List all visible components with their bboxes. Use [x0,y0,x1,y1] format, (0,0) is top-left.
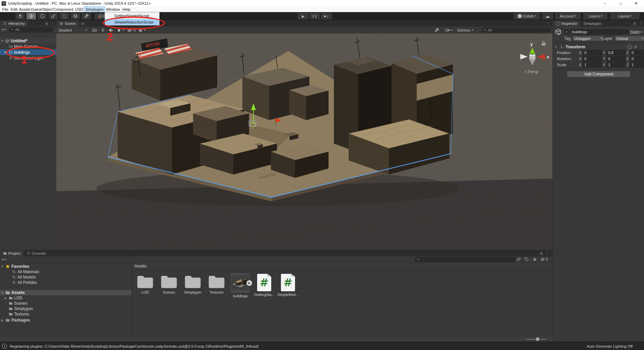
asset-folder-simplygon[interactable]: Simplygon [182,274,203,294]
static-checkbox[interactable] [625,30,629,34]
custom-tool-icon[interactable] [82,13,91,19]
menu-component[interactable]: Component [53,7,74,12]
kebab-menu-icon[interactable]: ⋮ [545,251,549,256]
hierarchy-item-directional-light[interactable]: Directional Light [0,55,56,61]
add-component-button[interactable]: Add Component [567,71,631,78]
layers-dropdown[interactable]: Layers▾ [583,13,607,19]
menu-window[interactable]: Window [105,7,121,12]
scale-y-field[interactable]: 1 [606,62,626,67]
close-icon[interactable]: ✕ [628,0,644,7]
tag-dropdown[interactable]: Untagged▾ [572,36,604,41]
project-search-input[interactable] [415,257,515,262]
transform-header[interactable]: ▼ Transform ? ⋮ [554,44,643,50]
menu-edit[interactable]: Edit [10,7,18,12]
menu-help[interactable]: Help [121,7,132,12]
tree-packages-root[interactable]: ▶ Packages [0,317,131,323]
menu-file[interactable]: File [1,7,10,12]
scene-tools-button[interactable] [434,27,439,33]
hidden-packages-toggle[interactable]: 9 [540,257,548,262]
scene-search-input[interactable]: All [481,28,551,33]
rotation-x-field[interactable]: 0 [583,56,602,61]
gizmos-dropdown[interactable]: Gizmos▾ [457,27,473,33]
tab-game[interactable] [79,20,87,27]
tree-folder-lod[interactable]: ▶ LOD [0,295,131,301]
tree-all-models[interactable]: All Models [0,274,131,280]
status-message[interactable]: Registering plugins: C:\Users\Vidar Rinn… [10,344,259,348]
hierarchy-search-input[interactable]: All [9,27,53,32]
hierarchy-item-buildings[interactable]: ▶ buildings [0,49,56,55]
2d-toggle[interactable]: 2D [92,27,97,33]
menu-simplygon[interactable]: Simplygon [84,7,105,12]
menu-gameobject[interactable]: GameObject [31,7,53,12]
scale-x-field[interactable]: 1 [583,62,602,67]
tab-inspector[interactable]: i Inspector [553,20,580,27]
create-caret-icon[interactable]: ▾ [5,28,6,31]
tree-all-prefabs[interactable]: All Prefabs [0,280,131,285]
grid-dropdown[interactable]: ▾ [138,27,145,33]
lock-icon[interactable] [45,21,49,26]
tree-folder-simplygon[interactable]: Simplygon [0,306,131,311]
hand-tool-icon[interactable] [15,13,25,19]
asset-model-buildings[interactable]: ▶ buildings [230,273,251,298]
static-caret-icon[interactable]: ▾ [641,31,642,34]
rect-tool-icon[interactable] [60,13,69,19]
tab-scene[interactable]: Scene [56,20,79,27]
scale-tool-icon[interactable] [49,13,58,19]
tree-all-materials[interactable]: All Materials [0,269,131,274]
lock-icon[interactable] [633,21,637,26]
hidden-objects-toggle[interactable]: 0 [127,27,135,33]
favorite-star-icon[interactable] [532,257,537,262]
tab-simplygon[interactable]: Simplygon [580,20,604,27]
hierarchy-item-main-camera[interactable]: Main Camera [0,44,56,49]
tab-project[interactable]: Project [0,250,23,256]
scene-row-untitled[interactable]: ▼ Untitled* [0,38,56,44]
position-x-field[interactable]: 0 [583,50,602,55]
asset-script-simplereduction[interactable]: # SimpleRed... [277,273,299,297]
kebab-menu-icon[interactable]: ⋮ [547,21,550,26]
play-button[interactable]: ▶ [298,13,308,19]
presets-icon[interactable] [634,45,638,49]
active-checkbox[interactable]: ✓ [564,30,569,34]
maximize-icon[interactable]: □ [612,0,628,7]
scale-z-field[interactable]: 1 [630,62,644,67]
rotation-y-field[interactable]: 0 [606,56,626,61]
tab-hierarchy[interactable]: Hierarchy [0,20,28,27]
create-plus-icon[interactable]: + [2,257,4,262]
rotate-tool-icon[interactable] [38,13,47,19]
account-dropdown[interactable]: Account▾ [555,13,581,19]
pause-button[interactable]: ❙❙ [309,13,320,19]
layout-dropdown[interactable]: Layout▾ [610,13,640,19]
create-caret-icon[interactable]: ▾ [5,258,6,261]
menu-usd[interactable]: USD [74,7,84,12]
position-y-field[interactable]: 0.8 [606,50,626,55]
auto-generate-lighting-button[interactable]: Auto Generate Lighting Off [587,344,633,348]
rotation-z-field[interactable]: 0 [630,56,644,61]
asset-folder-lod[interactable]: LOD [134,274,156,294]
step-button[interactable]: ▶❘ [321,13,332,19]
tree-folder-textures[interactable]: Textures [0,311,131,317]
projection-label[interactable]: < Persp [524,69,538,74]
collab-dropdown[interactable]: ✓ Collab▾ [514,13,540,19]
asset-folder-textures[interactable]: Textures [206,274,227,294]
kebab-menu-icon[interactable]: ⋮ [639,21,642,26]
thumbnail-size-slider-knob[interactable] [536,337,539,341]
effects-dropdown[interactable]: ▾ [117,27,124,33]
create-plus-icon[interactable]: + [2,27,4,32]
cloud-button[interactable]: ☁ [542,13,553,19]
expand-play-icon[interactable]: ▶ [246,280,252,286]
tree-favorites[interactable]: ▼ Favorites [0,264,131,269]
transform-tool-icon[interactable] [71,13,80,19]
layer-dropdown[interactable]: Default▾ [614,36,644,41]
object-name-field[interactable]: buildings [570,29,624,35]
menu-item-gettingstartedscript[interactable]: GettingStartedScript [105,12,159,19]
asset-script-gettingstarted[interactable]: # GettingSta... [253,273,275,297]
kebab-menu-icon[interactable]: ⋮ [51,21,54,26]
shading-mode-dropdown[interactable]: Shaded▾ [58,27,87,33]
tree-assets-root[interactable]: ▼ Assets [0,290,131,295]
menu-item-simplereductionscript[interactable]: SimpleReductionScript [105,19,159,25]
minimize-icon[interactable]: ─ [597,0,612,7]
menu-assets[interactable]: Assets [18,7,31,12]
search-by-type-icon[interactable] [516,257,521,262]
asset-folder-scenes[interactable]: Scenes [158,274,180,294]
tree-folder-scenes[interactable]: Scenes [0,301,131,306]
